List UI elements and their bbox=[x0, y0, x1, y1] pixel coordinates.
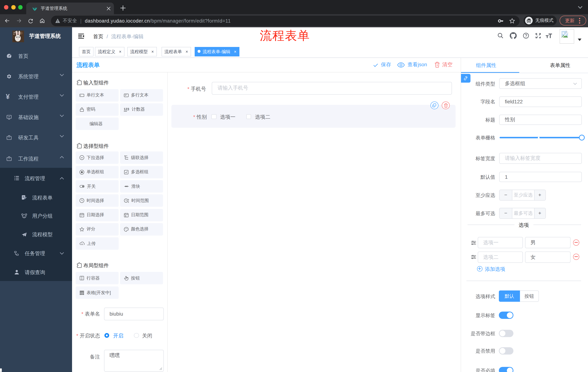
svg-text:123: 123 bbox=[124, 107, 129, 111]
